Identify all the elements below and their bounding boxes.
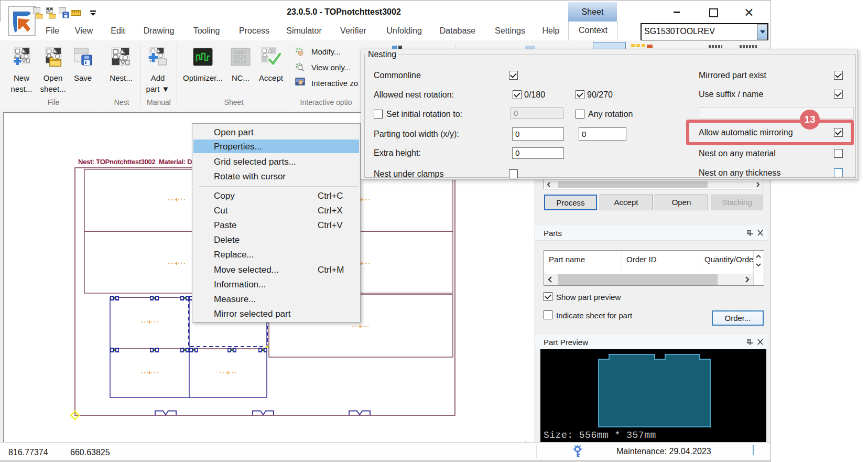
svg-text:G01X: G01X (234, 59, 246, 65)
